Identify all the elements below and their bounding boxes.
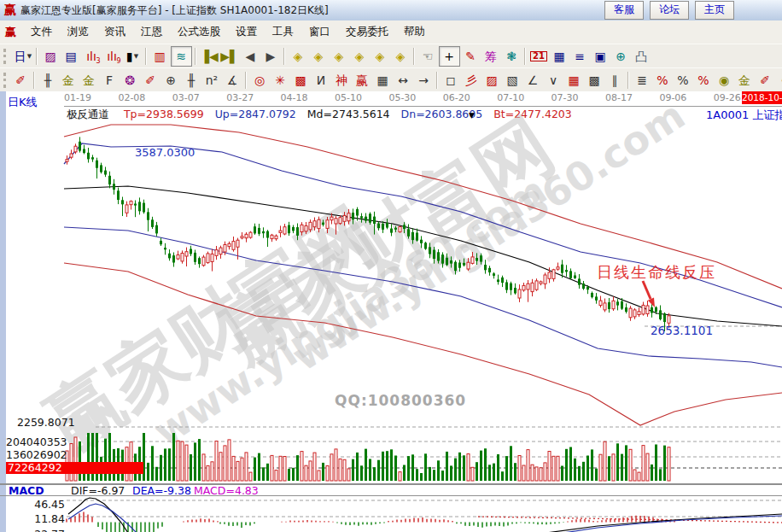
box-adjust-icon[interactable]: ◻ — [441, 71, 461, 90]
first-page-icon[interactable]: ▐◀ — [200, 47, 219, 66]
forum-button[interactable]: 论坛 — [650, 1, 689, 20]
time-cycle-icon[interactable]: ⊕ — [161, 71, 181, 90]
grid-fine-red-icon[interactable]: ▦ — [564, 71, 584, 90]
toolbar-separator — [436, 72, 438, 89]
overlay-chart-icon[interactable]: ▨ — [41, 47, 61, 66]
date-tick-01-19: 01-19 — [64, 92, 91, 103]
macd-dea-value: DEA=-9.38 — [132, 484, 191, 497]
kline-mark-icon[interactable]: И — [312, 71, 331, 90]
diamond-right-icon[interactable]: ◈ — [309, 47, 329, 66]
title-bar: 赢 赢家江恩专业版[赢家服务平台] - [上证指数 SH1A0001-182日K… — [0, 0, 782, 21]
shen-tool-icon[interactable]: 神 — [332, 71, 352, 90]
macd-title[interactable]: MACD — [9, 484, 44, 497]
period-day-icon[interactable]: 日▼ — [14, 47, 33, 66]
grid-123-icon[interactable]: ▦ — [373, 71, 393, 90]
last-page-icon[interactable]: ▶▌ — [220, 47, 240, 66]
percent-line-icon[interactable]: % — [694, 71, 714, 90]
ying-tool-icon[interactable]: 赢 — [353, 71, 372, 90]
toolbar-group: ╫金金F❂✐⊕╫n²∡ — [38, 71, 242, 90]
toolbar-group: ▐◀▶▌◀▶ — [199, 47, 281, 66]
menu-item-资讯[interactable]: 资讯 — [96, 22, 133, 42]
percent-icon[interactable]: % — [674, 71, 693, 90]
f10-info-icon[interactable]: ▤ — [61, 47, 81, 66]
prev-page-icon[interactable]: ◀ — [241, 47, 260, 66]
menu-item-工具[interactable]: 工具 — [265, 22, 301, 42]
toolbar-group: ◎✳▩И神赢▦↔→ — [249, 71, 434, 90]
n-square-icon[interactable]: n² — [202, 71, 222, 90]
price-scale-icon[interactable]: ╫ — [38, 71, 58, 90]
draw-pin-icon[interactable]: ✎ — [461, 47, 481, 66]
similar-kline-icon[interactable]: ❃ — [502, 47, 522, 66]
h-span-icon[interactable]: ↔ — [394, 71, 413, 90]
color-trend-icon[interactable]: ≋ — [171, 46, 192, 67]
golden-split-icon[interactable]: 金 — [59, 71, 79, 90]
macd-axis-label-3: -22.77 — [29, 528, 65, 532]
menu-item-公式选股[interactable]: 公式选股 — [170, 22, 228, 42]
diamond-left-icon[interactable]: ◈ — [289, 47, 308, 66]
trend-rays-icon[interactable]: ∠ — [523, 71, 543, 90]
diamond-expand-icon[interactable]: ◈ — [391, 47, 411, 66]
wave-icon[interactable]: ∿ — [776, 71, 782, 90]
bars-3-icon[interactable]: ılı3 — [82, 47, 102, 66]
draw-pencil-icon[interactable]: ✐ — [11, 71, 31, 90]
grid-fine-dark-icon[interactable]: ▩ — [585, 71, 604, 90]
tick-ruler-icon[interactable]: ╫ — [182, 71, 201, 90]
golden-lines-icon[interactable]: 金 — [735, 71, 755, 90]
golden-circle-icon[interactable]: ◉ — [715, 71, 734, 90]
zigzag-icon[interactable]: ∨ — [544, 71, 563, 90]
next-page-icon[interactable]: ▶ — [261, 47, 281, 66]
date-tick-02-08: 02-08 — [118, 92, 145, 103]
gann-wheel-icon[interactable]: ✳ — [271, 71, 290, 90]
bars-9-icon[interactable]: ılı9 — [102, 47, 122, 66]
online-data-icon[interactable]: ⊕ — [611, 47, 631, 66]
menu-item-文件[interactable]: 文件 — [23, 22, 60, 42]
fan-lines-icon[interactable]: 彡 — [462, 71, 481, 90]
calendar-icon[interactable]: 21 — [529, 47, 549, 66]
customer-service-button[interactable]: 客服 — [604, 1, 644, 20]
date-tick-05-30: 05-30 — [388, 92, 416, 103]
gann-target-icon[interactable]: ◎ — [250, 71, 270, 90]
save-icon[interactable]: ▣ — [591, 47, 610, 66]
macd-header-row: MACD DIF=-6.97 DEA=-9.38 MACD=4.83 — [0, 484, 782, 496]
hand-pan-icon[interactable]: ☜ — [418, 47, 438, 66]
snap-right-icon[interactable]: → — [414, 71, 434, 90]
golden-price-icon[interactable]: 金 — [79, 71, 99, 90]
menu-item-江恩[interactable]: 江恩 — [133, 22, 170, 42]
percent-fluct-icon[interactable]: % — [653, 71, 673, 90]
toolbar-grip[interactable] — [3, 73, 6, 88]
gann-square9-icon[interactable]: ▩ — [291, 71, 311, 90]
measure-brush-icon[interactable]: ✐ — [141, 71, 160, 90]
menu-item-窗口[interactable]: 窗口 — [301, 22, 338, 42]
compress-kline-icon[interactable]: ▥ — [150, 47, 170, 66]
memo-icon[interactable]: ≡ — [570, 47, 590, 66]
menu-item-交易委托[interactable]: 交易委托 — [338, 22, 396, 42]
spiral-icon[interactable]: ❂ — [120, 71, 140, 90]
toolbar-separator — [245, 72, 247, 89]
mirror-angle-icon[interactable]: ∡ — [223, 71, 242, 90]
gann-box-dark-icon[interactable]: ▧ — [503, 71, 522, 90]
toolbar-separator — [283, 48, 285, 65]
date-tick-03-07: 03-07 — [172, 92, 200, 103]
ladder-stats-icon[interactable]: ≣ — [633, 71, 652, 90]
mark-flag-icon[interactable]: ✐ — [756, 71, 775, 90]
diamond-h-expand-icon[interactable]: ◈ — [330, 47, 349, 66]
chip-distribution-icon[interactable]: 筹 — [481, 47, 501, 66]
homepage-button[interactable]: 主页 — [695, 1, 734, 20]
fibonacci-f-icon[interactable]: F — [100, 71, 120, 90]
diamond-compress-icon[interactable]: ◈ — [371, 47, 390, 66]
diamond-h-compress-icon[interactable]: ◈ — [350, 47, 370, 66]
menu-item-帮助[interactable]: 帮助 — [396, 22, 433, 42]
gann-box-red-icon[interactable]: ▨ — [482, 71, 502, 90]
print-icon[interactable]: 凸 — [632, 47, 651, 66]
calculator-icon[interactable]: ▦ — [550, 47, 569, 66]
menu-item-浏览[interactable]: 浏览 — [60, 22, 96, 42]
crosshair-icon[interactable]: + — [439, 46, 460, 67]
period-label: 日K线 — [8, 95, 38, 110]
toolbar-group: 日▼ — [13, 47, 33, 66]
toolbar-separator — [524, 48, 526, 65]
parallel-lines-icon[interactable]: ∥ — [605, 71, 625, 90]
date-tick-03-27: 03-27 — [226, 92, 254, 103]
menu-item-设置[interactable]: 设置 — [228, 22, 265, 42]
toolbar-grip[interactable] — [3, 49, 9, 64]
candle-style-icon[interactable]: ▮▼ — [123, 47, 143, 66]
